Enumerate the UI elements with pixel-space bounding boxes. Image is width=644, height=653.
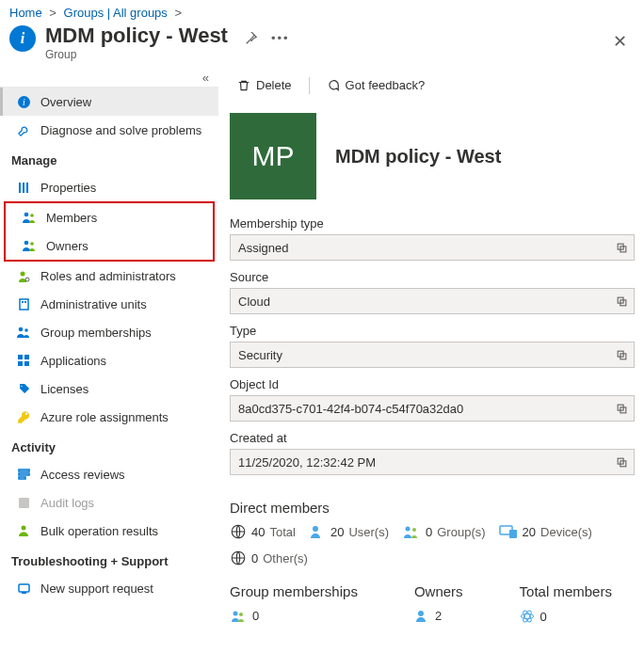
svg-point-24 [22,526,26,531]
collapse-sidebar-button[interactable]: « [0,69,218,88]
sidebar-item-access-reviews[interactable]: Access reviews [0,460,218,488]
summary-owners: Owners 2 [414,583,463,624]
person-gear-icon [16,268,31,283]
sidebar-item-label: Azure role assignments [40,410,169,424]
sidebar-section-troubleshooting: Troubleshooting + Support [0,545,218,574]
svg-rect-12 [22,301,24,303]
pin-icon[interactable] [245,32,258,45]
sidebar-item-label: Diagnose and solve problems [40,123,201,137]
sidebar-item-label: Audit logs [40,496,94,510]
summary-label: Total members [520,583,612,599]
sidebar-item-support[interactable]: New support request [0,574,218,602]
direct-members-heading: Direct members [230,500,644,516]
person-icon [309,524,326,539]
page-title: MDM policy - West [45,24,228,48]
summary-value: 0 [252,609,259,623]
svg-rect-20 [19,470,29,471]
people-icon [402,524,421,539]
page-header: i MDM policy - West Group ••• ✕ [0,22,644,69]
group-name: MDM policy - West [335,146,501,167]
sidebar-item-admin-units[interactable]: Administrative units [0,290,218,318]
svg-rect-4 [26,183,28,193]
stat-users: 20User(s) [309,524,389,539]
breadcrumb-home[interactable]: Home [9,6,42,20]
copy-icon[interactable] [616,295,628,308]
field-created: 11/25/2020, 12:32:42 PM [230,449,635,475]
svg-point-45 [239,613,243,616]
delete-button[interactable]: Delete [233,76,296,94]
device-icon [499,524,518,539]
globe-icon [230,549,247,566]
sidebar-item-group-memberships[interactable]: Group memberships [0,318,218,346]
field-membership-type: Assigned [230,234,635,261]
sidebar-item-roles[interactable]: Roles and administrators [0,262,218,290]
svg-point-14 [19,327,24,332]
svg-rect-18 [18,361,23,366]
svg-rect-23 [19,498,29,508]
sidebar-item-audit-logs[interactable]: Audit logs [0,488,218,517]
stat-groups: 0Group(s) [402,524,486,539]
svg-point-39 [406,527,411,532]
sidebar-section-manage: Manage [0,144,218,173]
svg-rect-42 [509,530,517,538]
sidebar-item-applications[interactable]: Applications [0,346,218,374]
svg-rect-3 [23,183,24,193]
sidebar-item-overview[interactable]: i Overview [0,88,218,116]
more-icon[interactable]: ••• [271,31,290,45]
sidebar-item-label: Administrative units [40,297,147,311]
person-icon [414,609,429,623]
sidebar-item-members[interactable]: Members [6,203,213,231]
person-icon [16,523,31,538]
sidebar-item-azure-roles[interactable]: Azure role assignments [0,403,218,431]
close-button[interactable]: ✕ [605,27,635,56]
svg-rect-26 [22,592,26,594]
properties-icon [16,180,31,195]
globe-icon [230,523,247,540]
sidebar-item-label: Owners [46,239,89,253]
sidebar-item-label: Roles and administrators [40,269,176,283]
people-icon [16,325,31,340]
svg-point-8 [30,242,34,246]
feedback-button[interactable]: Got feedback? [323,76,429,94]
field-label-created: Created at [230,431,644,445]
copy-icon[interactable] [616,456,628,469]
summary-label: Owners [414,583,463,599]
field-label-object-id: Object Id [230,377,644,391]
building-icon [16,296,31,311]
svg-rect-19 [24,361,29,366]
sidebar-item-owners[interactable]: Owners [6,231,213,260]
people-icon [22,210,37,225]
identity-block: MP MDM policy - West [230,113,644,199]
sidebar-item-licenses[interactable]: Licenses [0,374,218,403]
sidebar-item-label: New support request [40,581,153,596]
button-label: Got feedback? [346,78,426,92]
sidebar-item-properties[interactable]: Properties [0,173,218,201]
sidebar-item-label: Overview [40,95,91,109]
atom-icon [520,609,535,624]
stat-others: 0Other(s) [230,549,308,566]
copy-icon[interactable] [616,242,628,254]
field-label-source: Source [230,270,644,284]
support-icon [16,581,31,596]
summary-value: 0 [540,610,547,624]
field-value: 8a0cd375-c701-42f4-b074-c54f70a32da0 [238,402,463,416]
sidebar-item-diagnose[interactable]: Diagnose and solve problems [0,116,218,144]
field-value: 11/25/2020, 12:32:42 PM [238,455,376,470]
summary-label: Group memberships [230,583,358,599]
svg-rect-13 [24,301,26,303]
key-icon [16,409,31,424]
copy-icon[interactable] [616,403,628,415]
field-label-membership-type: Membership type [230,216,644,231]
summary-row: Group memberships 0 Owners 2 Total membe… [230,583,644,624]
copy-icon[interactable] [616,349,628,361]
people-icon [22,238,37,253]
sidebar-item-bulk-ops[interactable]: Bulk operation results [0,517,218,545]
svg-rect-25 [19,584,29,592]
sidebar-section-activity: Activity [0,431,218,460]
group-avatar: MP [230,113,316,199]
summary-group-memberships: Group memberships 0 [230,583,358,624]
breadcrumb-groups[interactable]: Groups | All groups [64,6,168,20]
svg-rect-2 [19,183,21,193]
sidebar-item-label: Applications [40,354,106,368]
direct-members-stats: 40Total 20User(s) 0Group(s) 20Device(s) … [230,523,644,566]
